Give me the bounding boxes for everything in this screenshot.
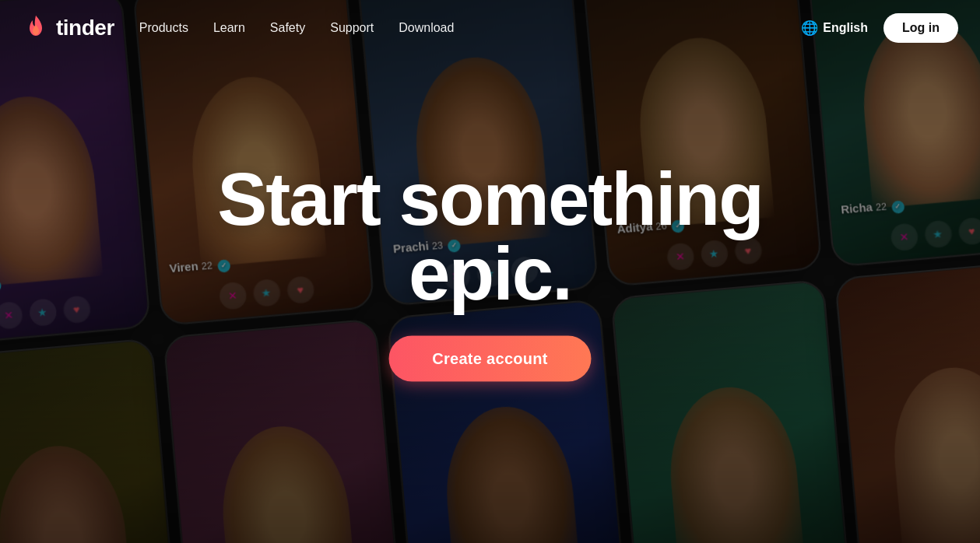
nav-products[interactable]: Products xyxy=(139,21,188,34)
language-selector[interactable]: 🌐 English xyxy=(801,19,868,37)
hero-title-line1: Start something xyxy=(217,157,763,240)
create-account-button[interactable]: Create account xyxy=(388,336,592,382)
hero-title-line2: epic. xyxy=(409,232,571,315)
tinder-flame-icon xyxy=(22,14,50,42)
navbar: tinder Products Learn Safety Support Dow… xyxy=(0,0,980,56)
nav-learn[interactable]: Learn xyxy=(213,21,245,34)
nav-links: Products Learn Safety Support Download xyxy=(139,21,455,35)
language-label: English xyxy=(823,21,868,35)
login-button[interactable]: Log in xyxy=(883,13,958,43)
nav-support[interactable]: Support xyxy=(330,21,374,34)
nav-safety[interactable]: Safety xyxy=(270,21,305,34)
hero-section: Start something epic. Create account xyxy=(0,162,980,382)
hero-title: Start something epic. xyxy=(0,162,980,311)
logo-text: tinder xyxy=(56,16,114,40)
globe-icon: 🌐 xyxy=(801,19,818,37)
logo-link[interactable]: tinder xyxy=(22,14,114,42)
nav-right: 🌐 English Log in xyxy=(801,13,958,43)
nav-download[interactable]: Download xyxy=(399,21,454,34)
